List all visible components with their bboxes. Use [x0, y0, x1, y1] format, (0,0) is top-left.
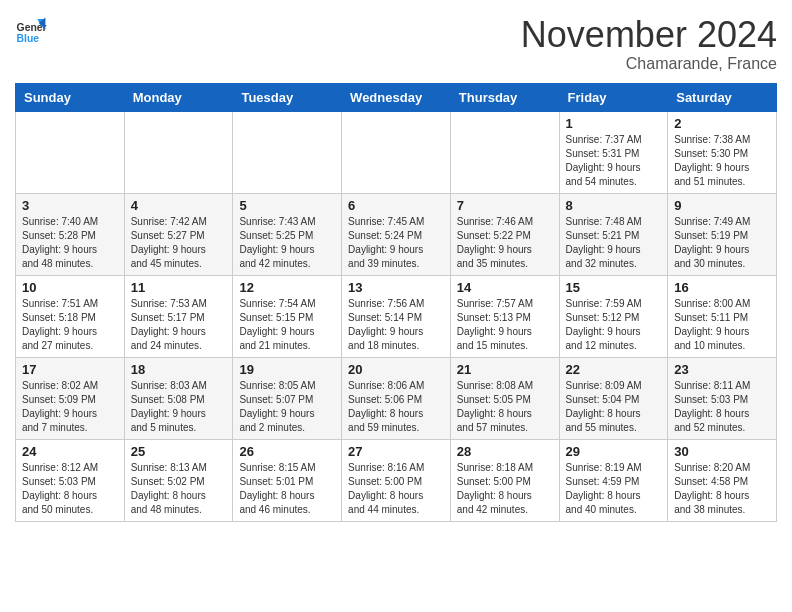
day-info: Sunrise: 8:12 AM Sunset: 5:03 PM Dayligh… — [22, 461, 118, 517]
day-number: 24 — [22, 444, 118, 459]
calendar-cell — [16, 111, 125, 193]
svg-text:Blue: Blue — [17, 33, 40, 44]
day-info: Sunrise: 8:08 AM Sunset: 5:05 PM Dayligh… — [457, 379, 553, 435]
calendar-cell — [450, 111, 559, 193]
calendar-cell — [233, 111, 342, 193]
day-number: 6 — [348, 198, 444, 213]
day-number: 7 — [457, 198, 553, 213]
calendar-week-row: 24Sunrise: 8:12 AM Sunset: 5:03 PM Dayli… — [16, 439, 777, 521]
weekday-header: Thursday — [450, 83, 559, 111]
calendar-cell: 9Sunrise: 7:49 AM Sunset: 5:19 PM Daylig… — [668, 193, 777, 275]
weekday-header: Sunday — [16, 83, 125, 111]
day-number: 3 — [22, 198, 118, 213]
day-number: 14 — [457, 280, 553, 295]
calendar-table: SundayMondayTuesdayWednesdayThursdayFrid… — [15, 83, 777, 522]
day-number: 16 — [674, 280, 770, 295]
day-number: 5 — [239, 198, 335, 213]
day-info: Sunrise: 8:00 AM Sunset: 5:11 PM Dayligh… — [674, 297, 770, 353]
day-number: 15 — [566, 280, 662, 295]
day-info: Sunrise: 7:42 AM Sunset: 5:27 PM Dayligh… — [131, 215, 227, 271]
day-info: Sunrise: 7:59 AM Sunset: 5:12 PM Dayligh… — [566, 297, 662, 353]
calendar-cell: 14Sunrise: 7:57 AM Sunset: 5:13 PM Dayli… — [450, 275, 559, 357]
day-info: Sunrise: 8:16 AM Sunset: 5:00 PM Dayligh… — [348, 461, 444, 517]
day-info: Sunrise: 7:45 AM Sunset: 5:24 PM Dayligh… — [348, 215, 444, 271]
calendar-cell: 23Sunrise: 8:11 AM Sunset: 5:03 PM Dayli… — [668, 357, 777, 439]
day-info: Sunrise: 8:20 AM Sunset: 4:58 PM Dayligh… — [674, 461, 770, 517]
day-number: 1 — [566, 116, 662, 131]
calendar-cell: 24Sunrise: 8:12 AM Sunset: 5:03 PM Dayli… — [16, 439, 125, 521]
day-number: 11 — [131, 280, 227, 295]
day-number: 30 — [674, 444, 770, 459]
calendar-cell: 15Sunrise: 7:59 AM Sunset: 5:12 PM Dayli… — [559, 275, 668, 357]
calendar-cell: 18Sunrise: 8:03 AM Sunset: 5:08 PM Dayli… — [124, 357, 233, 439]
calendar-cell — [124, 111, 233, 193]
day-number: 21 — [457, 362, 553, 377]
day-number: 10 — [22, 280, 118, 295]
day-info: Sunrise: 7:48 AM Sunset: 5:21 PM Dayligh… — [566, 215, 662, 271]
calendar-cell: 3Sunrise: 7:40 AM Sunset: 5:28 PM Daylig… — [16, 193, 125, 275]
calendar-cell — [342, 111, 451, 193]
day-number: 12 — [239, 280, 335, 295]
calendar-week-row: 1Sunrise: 7:37 AM Sunset: 5:31 PM Daylig… — [16, 111, 777, 193]
day-info: Sunrise: 7:49 AM Sunset: 5:19 PM Dayligh… — [674, 215, 770, 271]
calendar-cell: 5Sunrise: 7:43 AM Sunset: 5:25 PM Daylig… — [233, 193, 342, 275]
day-info: Sunrise: 8:18 AM Sunset: 5:00 PM Dayligh… — [457, 461, 553, 517]
day-info: Sunrise: 8:15 AM Sunset: 5:01 PM Dayligh… — [239, 461, 335, 517]
calendar-cell: 4Sunrise: 7:42 AM Sunset: 5:27 PM Daylig… — [124, 193, 233, 275]
calendar-cell: 8Sunrise: 7:48 AM Sunset: 5:21 PM Daylig… — [559, 193, 668, 275]
weekday-header: Tuesday — [233, 83, 342, 111]
calendar-week-row: 10Sunrise: 7:51 AM Sunset: 5:18 PM Dayli… — [16, 275, 777, 357]
day-number: 22 — [566, 362, 662, 377]
calendar-cell: 21Sunrise: 8:08 AM Sunset: 5:05 PM Dayli… — [450, 357, 559, 439]
calendar-week-row: 17Sunrise: 8:02 AM Sunset: 5:09 PM Dayli… — [16, 357, 777, 439]
day-info: Sunrise: 7:37 AM Sunset: 5:31 PM Dayligh… — [566, 133, 662, 189]
day-number: 25 — [131, 444, 227, 459]
weekday-header: Wednesday — [342, 83, 451, 111]
day-number: 26 — [239, 444, 335, 459]
logo: General Blue — [15, 15, 47, 47]
day-number: 13 — [348, 280, 444, 295]
calendar-cell: 29Sunrise: 8:19 AM Sunset: 4:59 PM Dayli… — [559, 439, 668, 521]
day-info: Sunrise: 8:02 AM Sunset: 5:09 PM Dayligh… — [22, 379, 118, 435]
weekday-header: Saturday — [668, 83, 777, 111]
calendar-cell: 6Sunrise: 7:45 AM Sunset: 5:24 PM Daylig… — [342, 193, 451, 275]
day-info: Sunrise: 7:40 AM Sunset: 5:28 PM Dayligh… — [22, 215, 118, 271]
calendar-cell: 27Sunrise: 8:16 AM Sunset: 5:00 PM Dayli… — [342, 439, 451, 521]
page-header: General Blue November 2024 Chamarande, F… — [15, 15, 777, 73]
calendar-cell: 19Sunrise: 8:05 AM Sunset: 5:07 PM Dayli… — [233, 357, 342, 439]
calendar-week-row: 3Sunrise: 7:40 AM Sunset: 5:28 PM Daylig… — [16, 193, 777, 275]
day-number: 4 — [131, 198, 227, 213]
calendar-cell: 13Sunrise: 7:56 AM Sunset: 5:14 PM Dayli… — [342, 275, 451, 357]
calendar-cell: 20Sunrise: 8:06 AM Sunset: 5:06 PM Dayli… — [342, 357, 451, 439]
day-info: Sunrise: 8:19 AM Sunset: 4:59 PM Dayligh… — [566, 461, 662, 517]
calendar-cell: 28Sunrise: 8:18 AM Sunset: 5:00 PM Dayli… — [450, 439, 559, 521]
calendar-cell: 16Sunrise: 8:00 AM Sunset: 5:11 PM Dayli… — [668, 275, 777, 357]
calendar-cell: 25Sunrise: 8:13 AM Sunset: 5:02 PM Dayli… — [124, 439, 233, 521]
day-number: 19 — [239, 362, 335, 377]
day-info: Sunrise: 7:51 AM Sunset: 5:18 PM Dayligh… — [22, 297, 118, 353]
location-subtitle: Chamarande, France — [521, 55, 777, 73]
day-info: Sunrise: 7:57 AM Sunset: 5:13 PM Dayligh… — [457, 297, 553, 353]
day-info: Sunrise: 7:54 AM Sunset: 5:15 PM Dayligh… — [239, 297, 335, 353]
weekday-header: Monday — [124, 83, 233, 111]
day-number: 20 — [348, 362, 444, 377]
calendar-cell: 2Sunrise: 7:38 AM Sunset: 5:30 PM Daylig… — [668, 111, 777, 193]
day-info: Sunrise: 8:06 AM Sunset: 5:06 PM Dayligh… — [348, 379, 444, 435]
calendar-cell: 7Sunrise: 7:46 AM Sunset: 5:22 PM Daylig… — [450, 193, 559, 275]
day-info: Sunrise: 8:09 AM Sunset: 5:04 PM Dayligh… — [566, 379, 662, 435]
day-number: 23 — [674, 362, 770, 377]
weekday-header: Friday — [559, 83, 668, 111]
calendar-header-row: SundayMondayTuesdayWednesdayThursdayFrid… — [16, 83, 777, 111]
day-number: 17 — [22, 362, 118, 377]
day-info: Sunrise: 8:11 AM Sunset: 5:03 PM Dayligh… — [674, 379, 770, 435]
day-number: 2 — [674, 116, 770, 131]
calendar-cell: 11Sunrise: 7:53 AM Sunset: 5:17 PM Dayli… — [124, 275, 233, 357]
day-info: Sunrise: 7:38 AM Sunset: 5:30 PM Dayligh… — [674, 133, 770, 189]
day-info: Sunrise: 8:05 AM Sunset: 5:07 PM Dayligh… — [239, 379, 335, 435]
calendar-cell: 26Sunrise: 8:15 AM Sunset: 5:01 PM Dayli… — [233, 439, 342, 521]
calendar-cell: 1Sunrise: 7:37 AM Sunset: 5:31 PM Daylig… — [559, 111, 668, 193]
day-info: Sunrise: 7:46 AM Sunset: 5:22 PM Dayligh… — [457, 215, 553, 271]
day-number: 18 — [131, 362, 227, 377]
day-number: 27 — [348, 444, 444, 459]
day-info: Sunrise: 7:53 AM Sunset: 5:17 PM Dayligh… — [131, 297, 227, 353]
